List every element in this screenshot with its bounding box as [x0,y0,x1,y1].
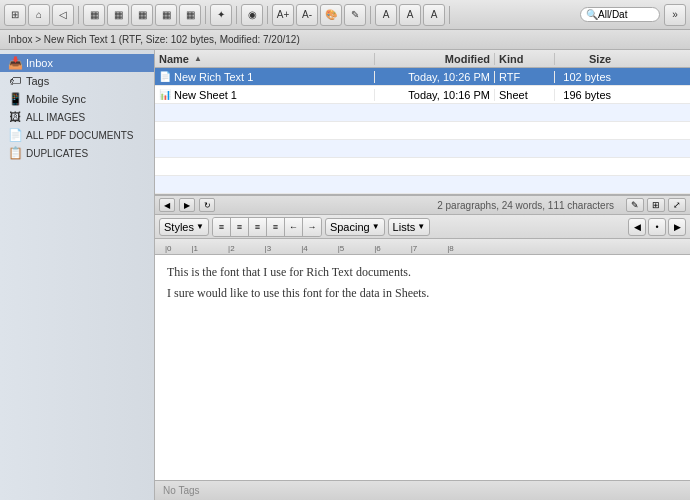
ruler-mark-2: |2 [228,244,235,253]
status-icons: ✎ ⊞ ⤢ [626,198,686,212]
toolbar-sep-3 [236,6,237,24]
file-row-0[interactable]: 📄 New Rich Text 1 Today, 10:26 PM RTF 10… [155,68,690,86]
main-layout: 📥 Inbox 🏷 Tags 📱 Mobile Sync 🖼 All Image… [0,50,690,500]
all-pdf-icon: 📄 [8,128,22,142]
mobile-sync-icon: 📱 [8,92,22,106]
sort-arrow-icon: ▲ [194,54,202,63]
file-row-1-modified: Today, 10:16 PM [375,89,495,101]
indent-increase-btn[interactable]: → [303,218,321,236]
search-input[interactable] [598,9,658,20]
toolbar-btn-13[interactable]: 🎨 [320,4,342,26]
sidebar-label-inbox: Inbox [26,57,53,69]
ruler-mark-0: |0 [165,244,172,253]
toolbar-sep-6 [449,6,450,24]
tag-bar-text: No Tags [163,485,200,496]
nav-back-btn[interactable]: ◀ [159,198,175,212]
lists-label: Lists [393,221,416,233]
col-header-name: Name ▲ [155,53,375,65]
text-line-0: This is the font that I use for Rich Tex… [167,263,678,282]
toolbar-btn-12[interactable]: A- [296,4,318,26]
ruler: |0 |1 |2 |3 |4 |5 |6 |7 |8 [155,239,690,255]
sidebar-item-mobile-sync[interactable]: 📱 Mobile Sync [0,90,154,108]
styles-dropdown[interactable]: Styles ▼ [159,218,209,236]
file-row-0-kind: RTF [495,71,555,83]
toolbar-btn-16[interactable]: A [399,4,421,26]
all-images-icon: 🖼 [8,110,22,124]
toolbar-btn-4[interactable]: ▦ [83,4,105,26]
status-icon-btn-3[interactable]: ⤢ [668,198,686,212]
ruler-mark-8: |8 [447,244,454,253]
status-icon-btn-1[interactable]: ✎ [626,198,644,212]
toolbar-sep-4 [267,6,268,24]
lists-dropdown[interactable]: Lists ▼ [388,218,431,236]
sidebar-item-duplicates[interactable]: 📋 Duplicates [0,144,154,162]
file-row-1-size: 196 bytes [555,89,615,101]
file-row-1-kind: Sheet [495,89,555,101]
nav-next-btn[interactable]: ▶ [668,218,686,236]
sidebar: 📥 Inbox 🏷 Tags 📱 Mobile Sync 🖼 All Image… [0,50,155,500]
file-icon-1: 📊 [159,89,171,100]
ruler-mark-5: |5 [338,244,345,253]
text-area[interactable]: This is the font that I use for Rich Tex… [155,255,690,480]
empty-row-0 [155,104,690,122]
file-row-1[interactable]: 📊 New Sheet 1 Today, 10:16 PM Sheet 196 … [155,86,690,104]
empty-row-2 [155,140,690,158]
sidebar-label-all-images: All Images [26,112,85,123]
status-icon-btn-2[interactable]: ⊞ [647,198,665,212]
nav-forward-btn[interactable]: ▶ [179,198,195,212]
toolbar-btn-2[interactable]: ⌂ [28,4,50,26]
file-list-container: Name ▲ Modified Kind Size 📄 New Rich Tex… [155,50,690,195]
text-line-1: I sure would like to use this font for t… [167,284,678,303]
toolbar-overflow-btn[interactable]: » [664,4,686,26]
toolbar-btn-9[interactable]: ✦ [210,4,232,26]
spacing-label: Spacing [330,221,370,233]
ruler-mark-6: |6 [374,244,381,253]
file-row-0-modified: Today, 10:26 PM [375,71,495,83]
toolbar-btn-15[interactable]: A [375,4,397,26]
spacing-dropdown[interactable]: Spacing ▼ [325,218,385,236]
align-center-btn[interactable]: ≡ [231,218,249,236]
breadcrumb-text: Inbox > New Rich Text 1 (RTF, Size: 102 … [8,34,300,45]
empty-row-3 [155,158,690,176]
styles-label: Styles [164,221,194,233]
ruler-mark-7: |7 [411,244,418,253]
toolbar-btn-5[interactable]: ▦ [107,4,129,26]
toolbar-btn-11[interactable]: A+ [272,4,294,26]
format-toolbar: Styles ▼ ≡ ≡ ≡ ≡ ← → Spacing ▼ Lists ▼ ◀ [155,215,690,239]
toolbar-btn-8[interactable]: ▦ [179,4,201,26]
nav-refresh-btn[interactable]: ↻ [199,198,215,212]
styles-chevron-icon: ▼ [196,222,204,231]
duplicates-icon: 📋 [8,146,22,160]
align-left-btn[interactable]: ≡ [213,218,231,236]
sidebar-label-tags: Tags [26,75,49,87]
file-row-1-name: 📊 New Sheet 1 [155,89,375,101]
search-box: 🔍 [580,7,660,22]
toolbar-btn-7[interactable]: ▦ [155,4,177,26]
toolbar-btn-14[interactable]: ✎ [344,4,366,26]
col-header-modified: Modified [375,53,495,65]
nav-prev-btn[interactable]: ◀ [628,218,646,236]
col-header-kind: Kind [495,53,555,65]
search-icon: 🔍 [586,9,598,20]
toolbar-sep-5 [370,6,371,24]
toolbar-btn-6[interactable]: ▦ [131,4,153,26]
main-toolbar: ⊞ ⌂ ◁ ▦ ▦ ▦ ▦ ▦ ✦ ◉ A+ A- 🎨 ✎ A A A 🔍 » [0,0,690,30]
tags-icon: 🏷 [8,74,22,88]
align-right-btn[interactable]: ≡ [249,218,267,236]
file-list-header: Name ▲ Modified Kind Size [155,50,690,68]
nav-dot-btn[interactable]: • [648,218,666,236]
toolbar-btn-3[interactable]: ◁ [52,4,74,26]
ruler-marks: |0 |1 |2 |3 |4 |5 |6 |7 |8 [155,244,690,253]
toolbar-btn-1[interactable]: ⊞ [4,4,26,26]
nav-arrows: ◀ • ▶ [628,218,686,236]
file-list-body: 📄 New Rich Text 1 Today, 10:26 PM RTF 10… [155,68,690,194]
toolbar-btn-17[interactable]: A [423,4,445,26]
sidebar-item-inbox[interactable]: 📥 Inbox [0,54,154,72]
sidebar-item-all-images[interactable]: 🖼 All Images [0,108,154,126]
toolbar-sep-2 [205,6,206,24]
indent-decrease-btn[interactable]: ← [285,218,303,236]
toolbar-btn-10[interactable]: ◉ [241,4,263,26]
sidebar-item-tags[interactable]: 🏷 Tags [0,72,154,90]
sidebar-item-all-pdf[interactable]: 📄 All PDF Documents [0,126,154,144]
align-justify-btn[interactable]: ≡ [267,218,285,236]
